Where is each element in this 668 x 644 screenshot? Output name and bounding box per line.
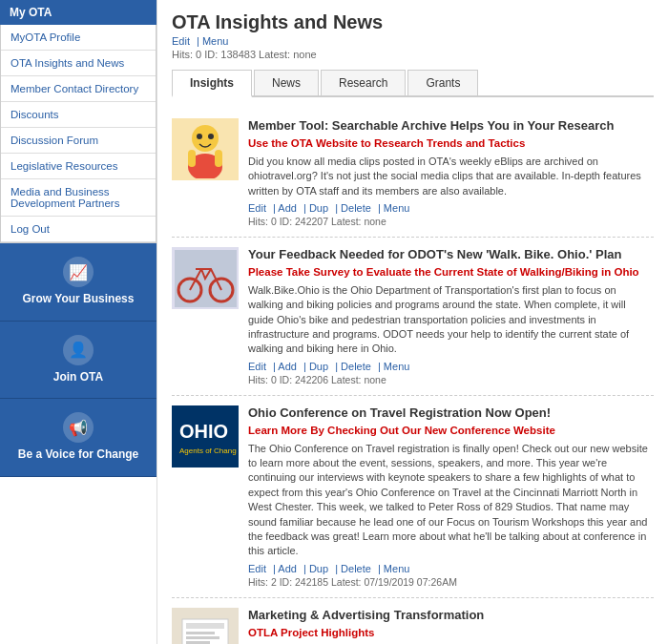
sidebar-blue-btn-bea-voice[interactable]: 📢 Be a Voice for Change	[0, 399, 157, 477]
news-item-ohio-conference: OHIO Agents of Change Ohio Conference on…	[172, 396, 654, 598]
news-content-marketing-transformation: Marketing & Advertising TransformationOT…	[248, 608, 654, 644]
news-list: Member Tool: Searchable Archive Helps Yo…	[172, 109, 654, 644]
news-title-marketing-transformation: Marketing & Advertising Transformation	[248, 608, 654, 624]
news-thumb-character	[172, 118, 239, 180]
news-action-menu-odot-feedback[interactable]: Menu	[384, 361, 410, 372]
sidebar-item-myota-profile[interactable]: MyOTA Profile	[1, 25, 156, 51]
news-actions-odot-feedback: Edit | Add | Dup | Delete | Menu	[248, 361, 654, 372]
svg-point-2	[197, 134, 202, 139]
svg-rect-15	[186, 623, 224, 629]
sidebar-item-discussion-forum[interactable]: Discussion Forum	[1, 128, 156, 154]
edit-link-0[interactable]: Edit	[172, 35, 190, 47]
news-subtitle-odot-feedback: Please Take Survey to Evaluate the Curre…	[248, 265, 654, 280]
svg-point-0	[192, 125, 219, 152]
news-body-odot-feedback: Walk.Bike.Ohio is the Ohio Department of…	[248, 283, 654, 357]
news-action-delete-ohio-conference[interactable]: Delete	[341, 563, 371, 574]
news-action-dup-odot-feedback[interactable]: Dup	[309, 361, 328, 372]
news-title-ohio-conference: Ohio Conference on Travel Registration N…	[248, 405, 654, 422]
edit-link-1[interactable]: Menu	[202, 35, 229, 47]
join-ota-label: Join OTA	[53, 370, 103, 385]
sidebar-title: My OTA	[0, 0, 157, 25]
news-action-edit-odot-feedback[interactable]: Edit	[248, 361, 266, 372]
news-action-add-ohio-conference[interactable]: Add	[278, 563, 297, 574]
news-hits-member-tool: Hits: 0 ID: 242207 Latest: none	[248, 216, 654, 227]
join-ota-icon: 👤	[63, 335, 94, 365]
sidebar-blue-btn-join-ota[interactable]: 👤 Join OTA	[0, 322, 157, 400]
sidebar-item-discounts[interactable]: Discounts	[1, 102, 156, 128]
news-actions-member-tool: Edit | Add | Dup | Delete | Menu	[248, 202, 654, 214]
news-subtitle-ohio-conference: Learn More By Checking Out Our New Confe…	[248, 424, 654, 438]
news-item-odot-feedback: Your Feedback Needed for ODOT's New 'Wal…	[172, 238, 654, 396]
news-body-member-tool: Did you know all media clips posted in O…	[248, 155, 654, 198]
sidebar-item-media-business[interactable]: Media and Business Development Partners	[1, 179, 156, 217]
sidebar: My OTA MyOTA ProfileOTA Insights and New…	[0, 0, 157, 644]
news-item-marketing-transformation: Marketing & Advertising TransformationOT…	[172, 598, 654, 644]
hits-info: Hits: 0 ID: 138483 Latest: none	[172, 49, 654, 60]
news-item-member-tool: Member Tool: Searchable Archive Helps Yo…	[172, 109, 654, 238]
news-content-odot-feedback: Your Feedback Needed for ODOT's New 'Wal…	[248, 247, 654, 385]
news-action-add-odot-feedback[interactable]: Add	[278, 361, 297, 372]
news-thumb-marketing	[172, 608, 239, 644]
news-thumb-bikes	[172, 247, 239, 309]
tabs-container: InsightsNewsResearchGrants	[172, 70, 654, 97]
sidebar-nav: MyOTA ProfileOTA Insights and NewsMember…	[0, 25, 157, 243]
news-action-delete-odot-feedback[interactable]: Delete	[341, 361, 371, 372]
news-action-menu-ohio-conference[interactable]: Menu	[384, 563, 410, 574]
svg-rect-16	[186, 632, 215, 634]
news-action-add-member-tool[interactable]: Add	[278, 202, 297, 214]
news-action-menu-member-tool[interactable]: Menu	[384, 202, 410, 214]
tab-research[interactable]: Research	[321, 70, 406, 95]
svg-rect-5	[215, 150, 222, 167]
svg-text:Agents of Change: Agents of Change	[179, 447, 237, 455]
sidebar-blue-section: 📈 Grow Your Business 👤 Join OTA 📢 Be a V…	[0, 243, 157, 477]
news-hits-ohio-conference: Hits: 2 ID: 242185 Latest: 07/19/2019 07…	[248, 576, 654, 588]
svg-rect-14	[182, 619, 228, 644]
news-subtitle-member-tool: Use the OTA Website to Research Trends a…	[248, 136, 654, 151]
news-title-member-tool: Member Tool: Searchable Archive Helps Yo…	[248, 118, 654, 135]
tab-grants[interactable]: Grants	[407, 70, 478, 95]
tab-insights[interactable]: Insights	[172, 70, 252, 97]
news-action-delete-member-tool[interactable]: Delete	[341, 202, 371, 214]
news-subtitle-marketing-transformation: OTLA Project Highlights	[248, 626, 654, 640]
news-action-edit-member-tool[interactable]: Edit	[248, 202, 266, 214]
sidebar-blue-btn-grow-business[interactable]: 📈 Grow Your Business	[0, 243, 157, 322]
svg-rect-4	[188, 150, 196, 167]
news-thumb-ohio: OHIO Agents of Change	[172, 405, 239, 467]
news-content-ohio-conference: Ohio Conference on Travel Registration N…	[248, 405, 654, 588]
tab-news[interactable]: News	[254, 70, 319, 95]
grow-business-icon: 📈	[63, 257, 94, 287]
sidebar-item-legislative[interactable]: Legislative Resources	[1, 154, 156, 179]
news-title-odot-feedback: Your Feedback Needed for ODOT's New 'Wal…	[248, 247, 654, 263]
svg-rect-17	[186, 636, 219, 639]
news-action-dup-member-tool[interactable]: Dup	[309, 202, 328, 214]
grow-business-label: Grow Your Business	[23, 292, 135, 307]
news-hits-odot-feedback: Hits: 0 ID: 242206 Latest: none	[248, 374, 654, 385]
edit-links: Edit | Menu	[172, 35, 654, 47]
news-action-dup-ohio-conference[interactable]: Dup	[309, 563, 328, 574]
main-content: OTA Insights and News Edit | Menu Hits: …	[157, 0, 668, 644]
news-content-member-tool: Member Tool: Searchable Archive Helps Yo…	[248, 118, 654, 227]
sidebar-item-log-out[interactable]: Log Out	[1, 217, 156, 242]
svg-text:OHIO: OHIO	[179, 421, 228, 442]
bea-voice-icon: 📢	[63, 412, 94, 443]
svg-point-3	[208, 134, 214, 139]
sidebar-item-ota-insights[interactable]: OTA Insights and News	[1, 51, 156, 76]
bea-voice-label: Be a Voice for Change	[18, 447, 138, 463]
news-actions-ohio-conference: Edit | Add | Dup | Delete | Menu	[248, 563, 654, 574]
news-body-ohio-conference: The Ohio Conference on Travel registrati…	[248, 442, 654, 559]
page-title: OTA Insights and News	[172, 11, 654, 33]
news-action-edit-ohio-conference[interactable]: Edit	[248, 563, 266, 574]
sidebar-item-member-contact[interactable]: Member Contact Directory	[1, 76, 156, 102]
